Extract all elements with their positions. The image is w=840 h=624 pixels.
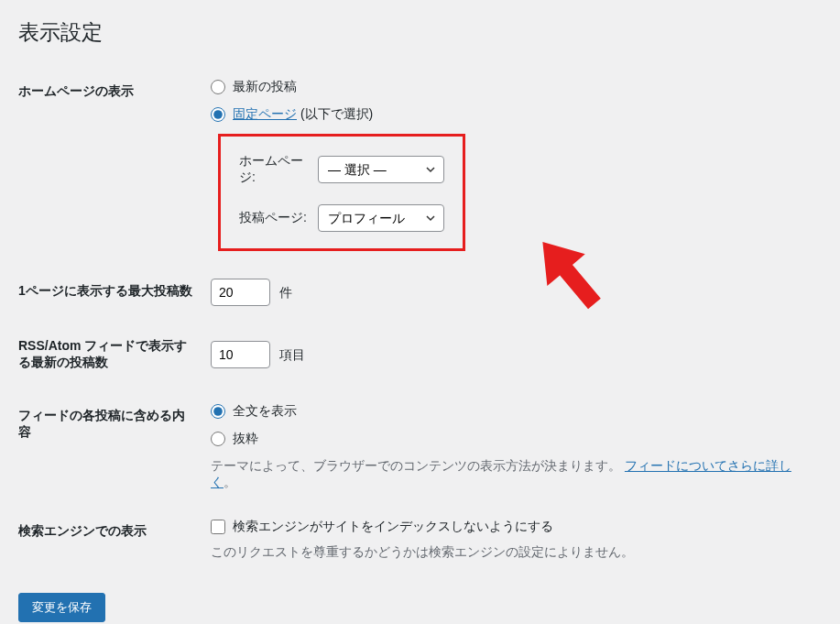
rss-count-unit: 項目 — [279, 347, 305, 362]
feed-description-suffix: 。 — [224, 475, 236, 489]
rss-count-label: RSS/Atom フィードで表示する最新の投稿数 — [18, 320, 202, 389]
search-engine-label: 検索エンジンでの表示 — [18, 505, 202, 575]
radio-excerpt-label: 抜粋 — [233, 431, 258, 447]
radio-latest-posts[interactable] — [211, 80, 225, 94]
rss-count-input[interactable] — [211, 341, 270, 368]
page-title: 表示設定 — [18, 18, 822, 47]
feed-description-prefix: テーマによって、ブラウザーでのコンテンツの表示方法が決まります。 — [211, 458, 621, 473]
search-engine-checkbox-label: 検索エンジンがサイトをインデックスしないようにする — [233, 519, 553, 535]
homepage-select-label: ホームページ: — [239, 153, 311, 186]
radio-latest-posts-label: 最新の投稿 — [233, 79, 297, 95]
radio-excerpt[interactable] — [211, 432, 225, 446]
feed-content-label: フィードの各投稿に含める内容 — [18, 389, 202, 505]
search-engine-description: このリクエストを尊重するかどうかは検索エンジンの設定によりません。 — [211, 544, 813, 561]
posts-per-page-input[interactable] — [211, 279, 270, 306]
highlight-box: ホームページ: — 選択 — 投稿ページ: プロフィール — [218, 134, 465, 251]
posts-page-select[interactable]: プロフィール — [318, 204, 444, 232]
radio-full-text-label: 全文を表示 — [233, 403, 297, 420]
posts-per-page-label: 1ページに表示する最大投稿数 — [18, 265, 202, 320]
static-page-suffix: (以下で選択) — [297, 106, 373, 121]
static-page-link[interactable]: 固定ページ — [233, 106, 297, 121]
posts-page-select-label: 投稿ページ: — [239, 210, 311, 226]
radio-static-page[interactable] — [211, 107, 225, 122]
radio-full-text[interactable] — [211, 404, 225, 419]
homepage-select[interactable]: — 選択 — — [318, 156, 444, 183]
posts-per-page-unit: 件 — [279, 285, 292, 300]
search-engine-checkbox[interactable] — [211, 520, 225, 534]
homepage-display-label: ホームページの表示 — [18, 65, 202, 265]
save-button[interactable]: 変更を保存 — [18, 593, 105, 622]
